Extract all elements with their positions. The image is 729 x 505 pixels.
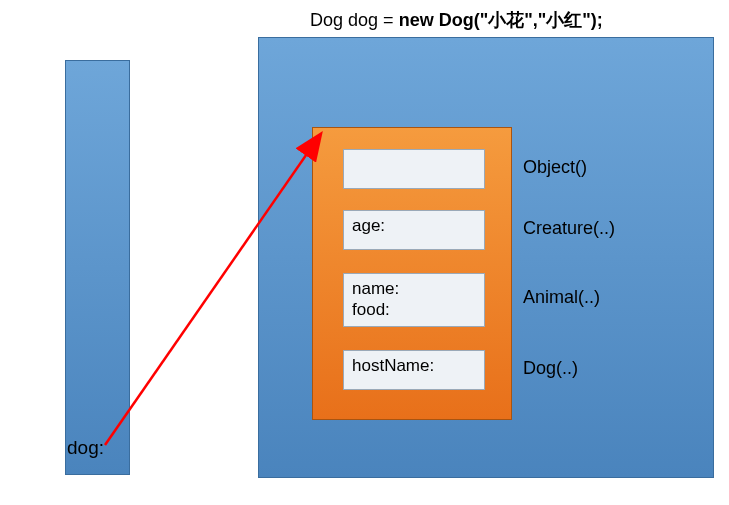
field-dog-text: hostName: bbox=[352, 356, 434, 375]
field-animal: name: food: bbox=[343, 273, 485, 327]
field-animal-food-text: food: bbox=[352, 300, 390, 319]
field-object bbox=[343, 149, 485, 189]
stack-box bbox=[65, 60, 130, 475]
code-ctor: Dog bbox=[439, 10, 474, 30]
code-new-keyword: new bbox=[399, 10, 434, 30]
field-creature: age: bbox=[343, 210, 485, 250]
code-args: ("小花","小红"); bbox=[474, 10, 603, 30]
field-dog: hostName: bbox=[343, 350, 485, 390]
code-eq: = bbox=[383, 10, 394, 30]
constructor-label-creature: Creature(..) bbox=[523, 218, 615, 239]
constructor-label-object: Object() bbox=[523, 157, 587, 178]
code-var: dog bbox=[348, 10, 378, 30]
constructor-label-animal: Animal(..) bbox=[523, 287, 600, 308]
field-animal-name-text: name: bbox=[352, 279, 399, 298]
code-type: Dog bbox=[310, 10, 343, 30]
constructor-label-dog: Dog(..) bbox=[523, 358, 578, 379]
stack-variable-label: dog: bbox=[67, 437, 104, 459]
code-declaration: Dog dog = new Dog("小花","小红"); bbox=[310, 8, 603, 32]
field-creature-text: age: bbox=[352, 216, 385, 235]
